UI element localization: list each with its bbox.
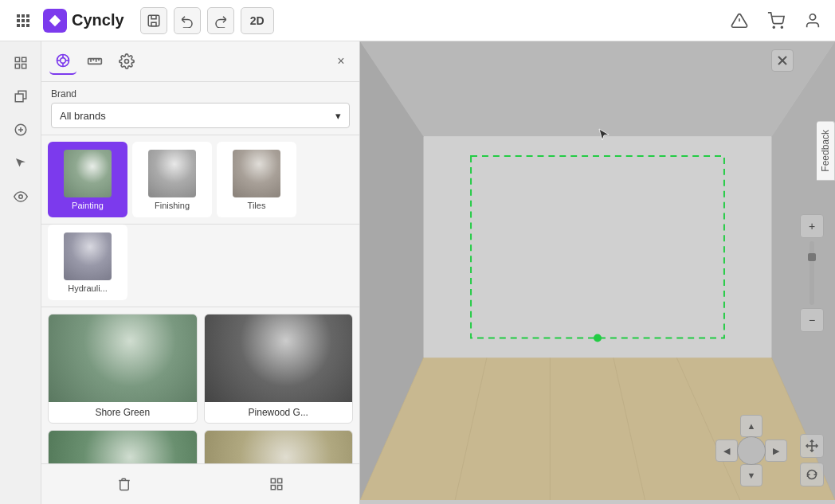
category-tiles-label: Tiles <box>248 201 266 210</box>
grid-menu-button[interactable] <box>10 7 37 34</box>
sidebar-item-shape[interactable] <box>7 83 34 110</box>
nav-down-button[interactable]: ▼ <box>740 464 762 486</box>
svg-point-52 <box>594 334 602 342</box>
svg-rect-8 <box>26 24 29 27</box>
nav-circle: ▲ ▼ ◀ ▶ <box>715 415 787 486</box>
svg-rect-17 <box>15 64 19 68</box>
top-bar-left: Cyncly 2D <box>10 7 727 34</box>
user-icon[interactable] <box>800 8 825 33</box>
logo-icon <box>43 9 67 33</box>
nav-controls: ▲ ▼ ◀ ▶ <box>715 415 787 486</box>
nav-center <box>737 436 766 465</box>
alert-icon[interactable] <box>727 8 752 33</box>
svg-point-25 <box>61 58 66 64</box>
category-tiles[interactable]: Tiles <box>217 142 296 217</box>
tab-ruler[interactable] <box>81 48 108 75</box>
save-button[interactable] <box>140 7 167 34</box>
sidebar-item-cursor[interactable] <box>7 150 34 177</box>
material-monsoon-thumb <box>205 431 353 463</box>
zoom-handle[interactable] <box>808 253 816 261</box>
tab-materials[interactable] <box>49 48 76 75</box>
refresh-button[interactable] <box>800 463 824 486</box>
svg-rect-19 <box>15 94 23 102</box>
tab-settings[interactable] <box>113 48 140 75</box>
zoom-out-button[interactable]: − <box>800 308 824 332</box>
svg-rect-37 <box>278 479 282 483</box>
category-finishing[interactable]: Finishing <box>132 142 212 217</box>
view-3d: Feedback + − ▲ ▼ ◀ ▶ <box>360 41 835 504</box>
materials-grid: Shore Green Pinewood G... Organic Gre...… <box>48 314 353 463</box>
svg-rect-39 <box>278 486 282 490</box>
sidebar-item-add[interactable] <box>7 116 34 143</box>
svg-rect-2 <box>26 14 29 18</box>
category-hydrauli-thumb <box>64 232 112 280</box>
category-tiles-thumb <box>233 150 280 197</box>
nav-up-button[interactable]: ▲ <box>740 415 762 437</box>
svg-rect-3 <box>17 19 20 22</box>
category-painting[interactable]: Painting <box>48 142 127 217</box>
brand-section: Brand All brands ▾ <box>41 82 359 135</box>
feedback-tab[interactable]: Feedback <box>817 121 835 181</box>
redo-button[interactable] <box>207 7 234 34</box>
top-bar: Cyncly 2D <box>0 0 835 41</box>
brand-select-value: All brands <box>60 110 106 122</box>
svg-point-35 <box>125 60 129 64</box>
grid-button[interactable] <box>263 471 290 498</box>
zoom-bar <box>810 241 814 305</box>
brand-select[interactable]: All brands ▾ <box>51 103 350 128</box>
material-shore-green-thumb <box>49 315 197 402</box>
category-painting-label: Painting <box>72 201 104 210</box>
svg-rect-6 <box>17 24 20 27</box>
sidebar-item-select[interactable] <box>7 49 34 76</box>
logo: Cyncly <box>43 9 124 33</box>
panel-tabs <box>49 48 140 75</box>
app-name: Cyncly <box>72 11 124 29</box>
nav-right-button[interactable]: ▶ <box>765 440 787 462</box>
undo-button[interactable] <box>174 7 201 34</box>
category-painting-thumb <box>64 150 112 197</box>
svg-point-23 <box>18 195 22 199</box>
category-hydrauli-label: Hydrauli... <box>68 283 108 293</box>
svg-rect-9 <box>148 15 159 26</box>
material-pinewood-label: Pinewood G... <box>245 402 312 423</box>
svg-rect-7 <box>22 24 25 27</box>
left-sidebar <box>0 41 41 504</box>
material-shore-green[interactable]: Shore Green <box>48 314 198 424</box>
svg-rect-5 <box>26 19 29 22</box>
material-pinewood-thumb <box>205 315 353 402</box>
svg-rect-0 <box>17 14 20 18</box>
panel: × Brand All brands ▾ Painting Finishing <box>41 41 360 504</box>
svg-rect-15 <box>15 57 19 61</box>
sidebar-item-eye[interactable] <box>7 183 34 210</box>
svg-rect-4 <box>22 19 25 22</box>
bottom-controls <box>800 434 824 486</box>
2d-mode-button[interactable]: 2D <box>241 7 274 34</box>
category-hydrauli[interactable]: Hydrauli... <box>48 225 127 300</box>
svg-marker-40 <box>360 41 835 136</box>
panel-close-button[interactable]: × <box>331 51 351 72</box>
categories-row-2: Hydrauli... <box>41 225 359 307</box>
category-finishing-label: Finishing <box>155 201 190 210</box>
zoom-in-button[interactable]: + <box>800 214 824 238</box>
nav-left-button[interactable]: ◀ <box>715 440 738 462</box>
panel-bottom <box>41 463 359 504</box>
svg-rect-1 <box>22 14 25 18</box>
move-button[interactable] <box>800 434 824 458</box>
trash-button[interactable] <box>111 471 138 498</box>
material-organic-gre[interactable]: Organic Gre... <box>48 430 198 463</box>
chevron-down-icon: ▾ <box>335 110 341 122</box>
svg-point-13 <box>781 26 782 28</box>
material-monsoon-gr[interactable]: Monsoon Gr... <box>204 430 354 463</box>
svg-rect-18 <box>22 64 25 68</box>
svg-point-14 <box>810 14 815 19</box>
svg-rect-30 <box>88 59 102 64</box>
material-organic-thumb <box>49 431 197 463</box>
top-bar-right <box>727 8 825 33</box>
category-finishing-thumb <box>148 150 196 197</box>
svg-rect-38 <box>272 486 276 490</box>
material-pinewood-g[interactable]: Pinewood G... <box>204 314 354 424</box>
svg-point-12 <box>773 26 774 28</box>
cart-icon[interactable] <box>763 8 789 33</box>
close-3d-button[interactable] <box>771 49 794 72</box>
brand-label: Brand <box>51 88 350 100</box>
